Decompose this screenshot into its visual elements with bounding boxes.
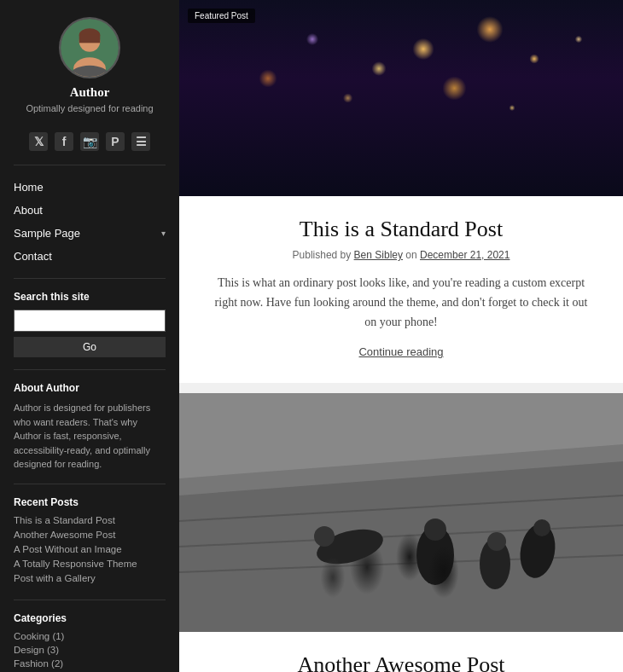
sidebar-recent-posts-section: Recent Posts This is a Standard Post Ano… — [14, 484, 166, 588]
post-excerpt-1: This is what an ordinary post looks like… — [213, 273, 589, 332]
category-item[interactable]: Cooking (1) — [14, 631, 166, 641]
instagram-icon[interactable]: 📷 — [80, 132, 99, 151]
post-image-wrap-2 — [179, 393, 623, 632]
sidebar-item-about[interactable]: About — [14, 199, 166, 222]
svg-rect-5 — [79, 35, 101, 43]
sidebar-profile: Author Optimally designed for reading — [14, 17, 166, 113]
pinterest-icon[interactable]: P — [106, 132, 125, 151]
category-item[interactable]: Fashion (2) — [14, 658, 166, 669]
recent-post-item[interactable]: This is a Standard Post — [14, 515, 166, 525]
sidebar-search-section: Search this site Go — [14, 278, 166, 357]
post-body-1: This is a Standard Post Published by Ben… — [179, 196, 623, 383]
recent-posts-title: Recent Posts — [14, 496, 166, 508]
author-name: Author — [70, 85, 110, 100]
post-card-1: Featured Post This is a Standard Post Pu… — [179, 0, 623, 383]
recent-post-item[interactable]: A Totally Responsive Theme — [14, 559, 166, 569]
post-meta-1: Published by Ben Sibley on December 21, … — [213, 249, 589, 261]
social-icons-row: 𝕏 f 📷 P ☰ — [14, 132, 166, 151]
sidebar-nav: Home About Sample Page ▾ Contact — [14, 165, 166, 268]
main-content: Featured Post This is a Standard Post Pu… — [179, 0, 623, 672]
chevron-down-icon: ▾ — [161, 229, 166, 238]
svg-point-19 — [533, 519, 550, 536]
twitter-icon[interactable]: 𝕏 — [29, 132, 48, 151]
author-tagline: Optimally designed for reading — [26, 103, 153, 113]
search-section-title: Search this site — [14, 291, 166, 303]
sidebar-item-home[interactable]: Home — [14, 176, 166, 199]
avatar — [59, 17, 120, 78]
svg-point-15 — [424, 518, 446, 541]
about-section-title: About Author — [14, 382, 166, 394]
featured-badge: Featured Post — [188, 9, 255, 23]
svg-point-12 — [313, 524, 387, 571]
city-image — [179, 0, 623, 196]
post-title-1[interactable]: This is a Standard Post — [213, 217, 589, 242]
continue-reading-link-1[interactable]: Continue reading — [358, 345, 443, 358]
post-featured-image: Featured Post — [179, 0, 623, 196]
post-date-link-1[interactable]: December 21, 2021 — [420, 249, 509, 261]
about-text: Author is designed for publishers who wa… — [14, 401, 166, 472]
categories-section-title: Categories — [14, 612, 166, 624]
post-title-2[interactable]: Another Awesome Post — [213, 652, 589, 672]
sidebar-about-section: About Author Author is designed for publ… — [14, 369, 166, 472]
post-body-2: Another Awesome Post Published by Ben Si… — [179, 632, 623, 672]
people-image — [179, 393, 623, 632]
search-input[interactable] — [14, 310, 166, 332]
sidebar-item-contact[interactable]: Contact — [14, 245, 166, 268]
recent-post-item[interactable]: Another Awesome Post — [14, 530, 166, 540]
facebook-icon[interactable]: f — [55, 132, 73, 151]
recent-post-item[interactable]: A Post Without an Image — [14, 544, 166, 554]
svg-point-14 — [416, 525, 454, 585]
search-button[interactable]: Go — [14, 337, 166, 357]
sidebar: Author Optimally designed for reading 𝕏 … — [0, 0, 179, 672]
svg-point-13 — [314, 526, 335, 547]
category-item[interactable]: Design (3) — [14, 645, 166, 655]
post-card-2: Another Awesome Post Published by Ben Si… — [179, 393, 623, 672]
rss-icon[interactable]: ☰ — [131, 132, 150, 151]
recent-post-item[interactable]: Post with a Gallery — [14, 573, 166, 583]
svg-point-17 — [487, 532, 506, 551]
post-author-link-1[interactable]: Ben Sibley — [354, 249, 403, 261]
sidebar-item-sample-page[interactable]: Sample Page ▾ — [14, 222, 166, 245]
sidebar-categories-section: Categories Cooking (1) Design (3) Fashio… — [14, 600, 166, 673]
